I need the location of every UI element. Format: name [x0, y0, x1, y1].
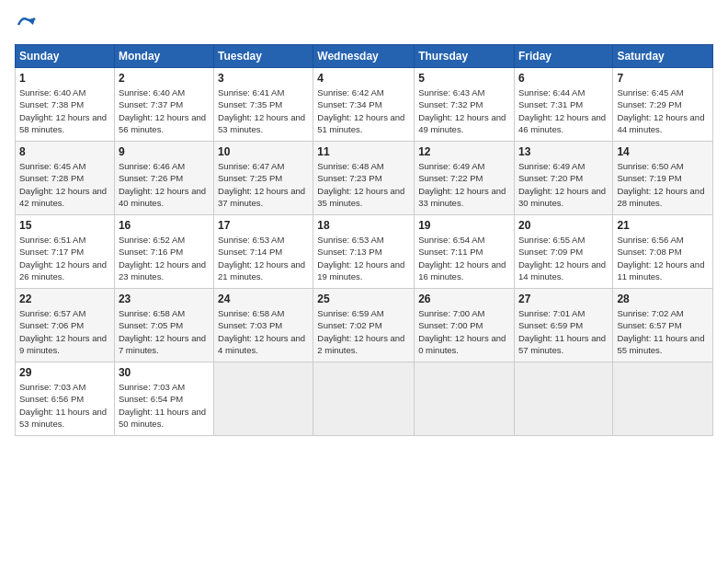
calendar-cell — [313, 362, 415, 436]
calendar-cell: 8 Sunrise: 6:45 AMSunset: 7:28 PMDayligh… — [16, 142, 115, 215]
day-info: Sunrise: 6:41 AMSunset: 7:35 PMDaylight:… — [218, 86, 309, 135]
calendar-cell: 9 Sunrise: 6:46 AMSunset: 7:26 PMDayligh… — [114, 142, 213, 215]
day-info: Sunrise: 6:50 AMSunset: 7:19 PMDaylight:… — [617, 160, 709, 209]
calendar-cell: 13 Sunrise: 6:49 AMSunset: 7:20 PMDaylig… — [514, 142, 612, 215]
day-number: 25 — [317, 293, 410, 305]
calendar-cell: 2 Sunrise: 6:40 AMSunset: 7:37 PMDayligh… — [114, 68, 213, 142]
day-header-wednesday: Wednesday — [313, 45, 415, 68]
day-info: Sunrise: 6:48 AMSunset: 7:23 PMDaylight:… — [317, 160, 410, 209]
calendar-cell: 7 Sunrise: 6:45 AMSunset: 7:29 PMDayligh… — [613, 68, 713, 142]
day-number: 27 — [518, 293, 609, 305]
calendar-cell: 4 Sunrise: 6:42 AMSunset: 7:34 PMDayligh… — [313, 68, 415, 142]
day-info: Sunrise: 6:58 AMSunset: 7:05 PMDaylight:… — [119, 307, 210, 356]
calendar-cell: 6 Sunrise: 6:44 AMSunset: 7:31 PMDayligh… — [514, 68, 612, 142]
calendar: SundayMondayTuesdayWednesdayThursdayFrid… — [15, 44, 713, 436]
day-number: 30 — [119, 366, 210, 379]
calendar-cell: 24 Sunrise: 6:58 AMSunset: 7:03 PMDaylig… — [214, 289, 313, 362]
calendar-cell: 29 Sunrise: 7:03 AMSunset: 6:56 PMDaylig… — [16, 362, 115, 436]
page: SundayMondayTuesdayWednesdayThursdayFrid… — [0, 0, 728, 563]
day-info: Sunrise: 6:40 AMSunset: 7:38 PMDaylight:… — [19, 86, 110, 135]
calendar-cell: 15 Sunrise: 6:51 AMSunset: 7:17 PMDaylig… — [16, 215, 115, 289]
calendar-cell: 26 Sunrise: 7:00 AMSunset: 7:00 PMDaylig… — [415, 289, 515, 362]
day-header-thursday: Thursday — [415, 45, 515, 68]
day-info: Sunrise: 6:59 AMSunset: 7:02 PMDaylight:… — [317, 307, 410, 356]
calendar-cell: 16 Sunrise: 6:52 AMSunset: 7:16 PMDaylig… — [114, 215, 213, 289]
day-info: Sunrise: 7:03 AMSunset: 6:56 PMDaylight:… — [19, 381, 110, 430]
day-info: Sunrise: 6:44 AMSunset: 7:31 PMDaylight:… — [518, 86, 609, 135]
day-number: 1 — [19, 72, 110, 85]
day-number: 14 — [617, 145, 709, 158]
day-number: 4 — [317, 72, 410, 85]
logo — [15, 15, 37, 35]
day-info: Sunrise: 7:01 AMSunset: 6:59 PMDaylight:… — [518, 307, 609, 356]
day-info: Sunrise: 6:55 AMSunset: 7:09 PMDaylight:… — [518, 234, 609, 282]
day-info: Sunrise: 6:49 AMSunset: 7:20 PMDaylight:… — [518, 160, 609, 209]
day-number: 8 — [19, 145, 110, 158]
day-number: 28 — [617, 293, 709, 305]
day-info: Sunrise: 6:58 AMSunset: 7:03 PMDaylight:… — [218, 307, 309, 356]
day-header-sunday: Sunday — [16, 45, 115, 68]
calendar-header-row: SundayMondayTuesdayWednesdayThursdayFrid… — [16, 45, 713, 68]
day-number: 18 — [317, 219, 410, 232]
calendar-cell — [415, 362, 515, 436]
day-info: Sunrise: 6:53 AMSunset: 7:14 PMDaylight:… — [218, 234, 309, 282]
calendar-cell: 11 Sunrise: 6:48 AMSunset: 7:23 PMDaylig… — [313, 142, 415, 215]
calendar-cell — [214, 362, 313, 436]
calendar-cell: 5 Sunrise: 6:43 AMSunset: 7:32 PMDayligh… — [415, 68, 515, 142]
calendar-cell: 14 Sunrise: 6:50 AMSunset: 7:19 PMDaylig… — [613, 142, 713, 215]
day-info: Sunrise: 6:45 AMSunset: 7:28 PMDaylight:… — [19, 160, 110, 209]
day-number: 16 — [119, 219, 210, 232]
calendar-cell: 30 Sunrise: 7:03 AMSunset: 6:54 PMDaylig… — [114, 362, 213, 436]
day-number: 12 — [418, 145, 510, 158]
calendar-week-4: 29 Sunrise: 7:03 AMSunset: 6:56 PMDaylig… — [16, 362, 713, 436]
day-number: 17 — [218, 219, 309, 232]
logo-icon — [17, 15, 37, 35]
calendar-cell: 17 Sunrise: 6:53 AMSunset: 7:14 PMDaylig… — [214, 215, 313, 289]
day-header-tuesday: Tuesday — [214, 45, 313, 68]
day-info: Sunrise: 6:45 AMSunset: 7:29 PMDaylight:… — [617, 86, 709, 135]
day-number: 9 — [119, 145, 210, 158]
day-number: 6 — [518, 72, 609, 85]
day-number: 13 — [518, 145, 609, 158]
calendar-week-3: 22 Sunrise: 6:57 AMSunset: 7:06 PMDaylig… — [16, 289, 713, 362]
calendar-week-0: 1 Sunrise: 6:40 AMSunset: 7:38 PMDayligh… — [16, 68, 713, 142]
day-info: Sunrise: 6:56 AMSunset: 7:08 PMDaylight:… — [617, 234, 709, 282]
calendar-cell: 23 Sunrise: 6:58 AMSunset: 7:05 PMDaylig… — [114, 289, 213, 362]
day-number: 2 — [119, 72, 210, 85]
calendar-cell — [514, 362, 612, 436]
day-info: Sunrise: 6:52 AMSunset: 7:16 PMDaylight:… — [119, 234, 210, 282]
day-number: 10 — [218, 145, 309, 158]
calendar-week-2: 15 Sunrise: 6:51 AMSunset: 7:17 PMDaylig… — [16, 215, 713, 289]
day-info: Sunrise: 6:40 AMSunset: 7:37 PMDaylight:… — [119, 86, 210, 135]
day-info: Sunrise: 6:53 AMSunset: 7:13 PMDaylight:… — [317, 234, 410, 282]
day-info: Sunrise: 6:51 AMSunset: 7:17 PMDaylight:… — [19, 234, 110, 282]
day-header-monday: Monday — [114, 45, 213, 68]
day-header-saturday: Saturday — [613, 45, 713, 68]
calendar-cell: 12 Sunrise: 6:49 AMSunset: 7:22 PMDaylig… — [415, 142, 515, 215]
calendar-cell: 10 Sunrise: 6:47 AMSunset: 7:25 PMDaylig… — [214, 142, 313, 215]
day-info: Sunrise: 6:49 AMSunset: 7:22 PMDaylight:… — [418, 160, 510, 209]
day-info: Sunrise: 6:46 AMSunset: 7:26 PMDaylight:… — [119, 160, 210, 209]
calendar-week-1: 8 Sunrise: 6:45 AMSunset: 7:28 PMDayligh… — [16, 142, 713, 215]
calendar-cell: 3 Sunrise: 6:41 AMSunset: 7:35 PMDayligh… — [214, 68, 313, 142]
calendar-cell: 25 Sunrise: 6:59 AMSunset: 7:02 PMDaylig… — [313, 289, 415, 362]
day-number: 5 — [418, 72, 510, 85]
calendar-cell: 1 Sunrise: 6:40 AMSunset: 7:38 PMDayligh… — [16, 68, 115, 142]
day-number: 11 — [317, 145, 410, 158]
day-info: Sunrise: 6:42 AMSunset: 7:34 PMDaylight:… — [317, 86, 410, 135]
day-info: Sunrise: 6:54 AMSunset: 7:11 PMDaylight:… — [418, 234, 510, 282]
day-header-friday: Friday — [514, 45, 612, 68]
day-info: Sunrise: 6:57 AMSunset: 7:06 PMDaylight:… — [19, 307, 110, 356]
calendar-cell: 20 Sunrise: 6:55 AMSunset: 7:09 PMDaylig… — [514, 215, 612, 289]
day-info: Sunrise: 6:47 AMSunset: 7:25 PMDaylight:… — [218, 160, 309, 209]
calendar-cell: 19 Sunrise: 6:54 AMSunset: 7:11 PMDaylig… — [415, 215, 515, 289]
day-info: Sunrise: 6:43 AMSunset: 7:32 PMDaylight:… — [418, 86, 510, 135]
day-number: 21 — [617, 219, 709, 232]
header — [15, 15, 713, 35]
day-number: 29 — [19, 366, 110, 379]
day-number: 22 — [19, 293, 110, 305]
day-info: Sunrise: 7:03 AMSunset: 6:54 PMDaylight:… — [119, 381, 210, 430]
day-number: 15 — [19, 219, 110, 232]
day-number: 19 — [418, 219, 510, 232]
calendar-cell: 28 Sunrise: 7:02 AMSunset: 6:57 PMDaylig… — [613, 289, 713, 362]
